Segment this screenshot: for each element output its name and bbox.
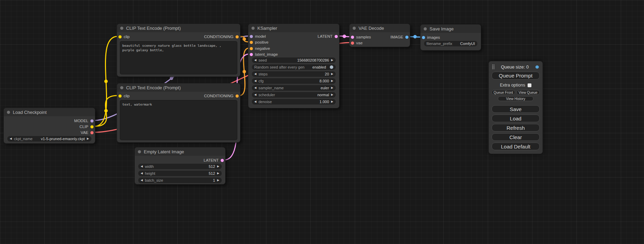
widget-cfg[interactable]: ◀ cfg 8.000 ▶ [252,78,336,84]
collapse-dot[interactable] [120,27,123,30]
view-history-row: View History [492,96,540,101]
node-load-checkpoint[interactable]: Load Checkpoint MODEL CLIP VAE ◀ ckpt_na… [3,108,95,144]
node-title-label: KSampler [257,26,277,31]
node-title-bar[interactable]: Empty Latent Image [135,147,225,156]
widget-width[interactable]: ◀ width 512 ▶ [138,164,222,169]
increment-arrow-icon[interactable]: ▶ [217,171,219,176]
image-output-dot[interactable] [405,36,408,39]
node-ksampler[interactable]: KSampler model LATENT positive negative … [248,24,339,108]
decrement-arrow-icon[interactable]: ◀ [254,85,256,91]
output-slot-vae: VAE [81,130,94,135]
decrement-arrow-icon[interactable]: ◀ [254,57,256,63]
decrement-arrow-icon[interactable]: ◀ [254,78,256,84]
widget-scheduler[interactable]: ◀ scheduler normal ▶ [252,92,336,98]
negative-input-dot[interactable] [250,47,253,50]
node-title-bar[interactable]: CLIP Text Encode (Prompt) [117,24,240,32]
settings-gear-icon[interactable] [535,64,540,70]
images-input-dot[interactable] [422,36,425,39]
link-latent-samples [338,36,350,37]
slot-label: LATENT [318,34,333,38]
increment-arrow-icon[interactable]: ▶ [217,164,219,169]
node-empty-latent-image[interactable]: Empty Latent Image LATENT ◀ width 512 ▶ … [134,147,226,184]
decrement-arrow-icon[interactable]: ◀ [254,99,256,105]
collapse-dot[interactable] [353,27,356,30]
extra-options-row: Extra options [492,83,540,88]
increment-arrow-icon[interactable]: ▶ [331,92,333,98]
collapse-dot[interactable] [7,111,10,114]
view-queue-button[interactable]: View Queue [517,90,540,95]
widget-steps[interactable]: ◀ steps 20 ▶ [252,71,336,77]
increment-arrow-icon[interactable]: ▶ [331,85,333,91]
view-history-button[interactable]: View History [498,96,533,101]
widget-height[interactable]: ◀ height 512 ▶ [138,171,222,176]
node-title-bar[interactable]: Save Image [421,25,481,33]
decrement-arrow-icon[interactable]: ◀ [254,92,256,98]
widget-name: sampler_name [258,86,284,90]
increment-arrow-icon[interactable]: ▶ [217,178,219,183]
latent-image-input-dot[interactable] [250,53,253,56]
queue-front-button[interactable]: Queue Front [492,90,515,95]
clear-button[interactable]: Clear [492,133,540,141]
decrement-arrow-icon[interactable]: ◀ [141,164,143,169]
node-title-bar[interactable]: CLIP Text Encode (Prompt) [117,83,240,92]
decrement-arrow-icon[interactable]: ◀ [10,136,12,142]
increment-arrow-icon[interactable]: ▶ [331,57,333,63]
prompt-textarea[interactable]: beautiful scenery nature glass bottle la… [120,41,237,74]
model-input-dot[interactable] [250,35,253,38]
positive-input-dot[interactable] [250,41,253,44]
increment-arrow-icon[interactable]: ▶ [331,99,333,105]
widget-name: cfg [258,79,264,83]
clip-input-dot[interactable] [118,35,122,38]
refresh-button[interactable]: Refresh [492,124,540,132]
increment-arrow-icon[interactable]: ▶ [331,71,333,77]
clip-output-dot[interactable] [90,125,94,128]
slot-label: latent_image [255,52,278,56]
widget-batch-size[interactable]: ◀ batch_size 1 ▶ [138,178,222,183]
widget-denoise[interactable]: ◀ denoise 1.000 ▶ [252,99,336,105]
load-default-button[interactable]: Load Default [492,143,540,150]
collapse-dot[interactable] [120,86,123,89]
samples-input-dot[interactable] [351,36,354,39]
decrement-arrow-icon[interactable]: ◀ [254,71,256,77]
prompt-textarea[interactable]: text, watermark [120,100,237,140]
conditioning-output-dot[interactable] [236,35,239,38]
widget-seed[interactable]: ◀ seed 156680208700286 ▶ [252,57,336,63]
node-canvas[interactable]: Load Checkpoint MODEL CLIP VAE ◀ ckpt_na… [0,0,644,244]
drag-handle-icon[interactable] [492,64,495,70]
widget-sampler-name[interactable]: ◀ sampler_name euler ▶ [252,85,336,91]
link-midpoint-dot [343,35,346,38]
node-title-bar[interactable]: Load Checkpoint [4,108,95,116]
decrement-arrow-icon[interactable]: ◀ [141,178,143,183]
node-save-image[interactable]: Save Image images filename_prefix ComfyU… [420,24,481,51]
vae-output-dot[interactable] [90,131,94,134]
slot-label: samples [356,35,371,39]
widget-filename-prefix[interactable]: filename_prefix ComfyUI [424,41,477,46]
conditioning-output-dot[interactable] [236,94,239,98]
collapse-dot[interactable] [424,27,427,30]
load-button[interactable]: Load [492,115,540,122]
extra-options-checkbox[interactable] [528,83,531,87]
slot-label: model [255,34,266,38]
decrement-arrow-icon[interactable]: ◀ [141,171,143,176]
increment-arrow-icon[interactable]: ▶ [331,78,333,84]
model-output-dot[interactable] [90,119,94,123]
clip-input-dot[interactable] [118,94,122,98]
node-vae-decode[interactable]: VAE Decode samples IMAGE vae [349,24,410,47]
toggle-dot[interactable] [330,65,333,69]
node-clip-text-encode-positive[interactable]: CLIP Text Encode (Prompt) clip CONDITION… [117,24,240,77]
collapse-dot[interactable] [138,150,141,153]
widget-random-seed-toggle[interactable]: Random seed after every gen enabled [252,64,336,70]
node-title-bar[interactable]: VAE Decode [350,24,410,32]
latent-output-dot[interactable] [221,159,224,162]
save-button[interactable]: Save [492,105,540,113]
link-midpoint-dot [104,80,108,83]
increment-arrow-icon[interactable]: ▶ [87,136,89,142]
queue-prompt-button[interactable]: Queue Prompt [492,72,540,80]
widget-value: ComfyUI [460,42,475,46]
vae-input-dot[interactable] [351,42,354,45]
collapse-dot[interactable] [252,27,255,30]
node-clip-text-encode-negative[interactable]: CLIP Text Encode (Prompt) clip CONDITION… [117,83,240,143]
node-title-bar[interactable]: KSampler [248,24,339,32]
latent-output-dot[interactable] [335,35,338,38]
widget-ckpt-name[interactable]: ◀ ckpt_name v1-5-pruned-emaonly.ckpt ▶ [7,136,91,142]
